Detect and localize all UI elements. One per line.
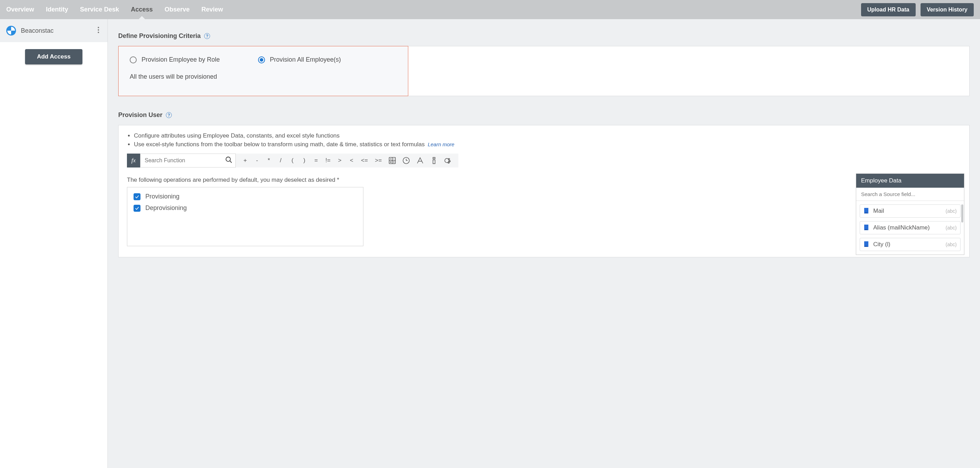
op-lt[interactable]: < xyxy=(346,157,358,164)
op-plus[interactable]: + xyxy=(239,157,251,164)
op-multiply[interactable]: * xyxy=(263,157,275,164)
sidebar-header: Beaconstac xyxy=(0,19,107,42)
criteria-section-title: Define Provisioning Criteria ? xyxy=(118,32,970,40)
provision-user-title: Provision User ? xyxy=(118,112,970,119)
svg-line-26 xyxy=(448,159,449,160)
svg-point-4 xyxy=(226,157,231,161)
field-type: (abc) xyxy=(946,242,957,247)
field-type: (abc) xyxy=(946,225,957,230)
checkbox-checked-icon xyxy=(134,205,140,212)
radio-icon xyxy=(258,56,265,63)
checkbox-label: Deprovisioning xyxy=(145,204,187,212)
help-icon[interactable]: ? xyxy=(166,112,172,118)
employee-field-item[interactable]: City (l) (abc) xyxy=(860,238,961,251)
op-lte[interactable]: <= xyxy=(358,157,371,164)
function-search-wrap xyxy=(140,153,236,168)
employee-field-item[interactable]: Mail (abc) xyxy=(860,204,961,218)
tab-review[interactable]: Review xyxy=(201,0,223,19)
op-gte[interactable]: >= xyxy=(371,157,385,164)
op-paren-open[interactable]: ( xyxy=(286,157,298,164)
scrollbar-thumb[interactable] xyxy=(961,204,963,222)
checkbox-row-provisioning[interactable]: Provisioning xyxy=(134,193,357,200)
field-label: Alias (mailNickName) xyxy=(873,224,942,231)
upload-hr-data-button[interactable]: Upload HR Data xyxy=(861,3,916,16)
help-icon[interactable]: ? xyxy=(204,33,210,39)
radio-label: Provision Employee by Role xyxy=(142,56,220,63)
criteria-box: Provision Employee by Role Provision All… xyxy=(118,46,970,96)
svg-line-5 xyxy=(230,161,232,163)
svg-point-2 xyxy=(98,29,99,30)
instruction-bullet: Use excel-style functions from the toolb… xyxy=(134,141,961,149)
tab-observe[interactable]: Observe xyxy=(164,0,189,19)
employee-data-search-input[interactable] xyxy=(856,188,964,201)
criteria-title-text: Define Provisioning Criteria xyxy=(118,32,200,40)
svg-point-1 xyxy=(98,27,99,28)
tab-service-desk[interactable]: Service Desk xyxy=(80,0,119,19)
tab-overview[interactable]: Overview xyxy=(6,0,34,19)
search-icon[interactable] xyxy=(225,156,233,165)
svg-point-3 xyxy=(98,32,99,33)
learn-more-link[interactable]: Learn more xyxy=(428,141,455,147)
fx-icon: fx xyxy=(127,153,140,168)
svg-rect-21 xyxy=(433,157,435,159)
svg-line-27 xyxy=(449,161,450,161)
checkbox-row-deprovisioning[interactable]: Deprovisioning xyxy=(134,204,357,212)
checkbox-checked-icon xyxy=(134,193,140,200)
field-label: City (l) xyxy=(873,241,942,248)
radio-provision-by-role[interactable]: Provision Employee by Role xyxy=(130,56,220,63)
employee-data-list: Mail (abc) Alias (mailNickName) (abc) Ci… xyxy=(856,201,964,254)
op-paren-close[interactable]: ) xyxy=(298,157,310,164)
logic-category-icon[interactable] xyxy=(441,157,455,165)
field-type: (abc) xyxy=(946,208,957,214)
main-content: Define Provisioning Criteria ? Provision… xyxy=(108,19,980,468)
field-source-icon xyxy=(864,208,870,214)
checkbox-label: Provisioning xyxy=(145,193,180,200)
app-name: Beaconstac xyxy=(21,27,95,35)
criteria-highlighted-panel: Provision Employee by Role Provision All… xyxy=(118,46,408,96)
instruction-bullet: Configure attributes using Employee Data… xyxy=(134,132,961,141)
op-minus[interactable]: - xyxy=(251,157,263,164)
version-history-button[interactable]: Version History xyxy=(921,3,974,16)
text-category-icon[interactable] xyxy=(413,157,427,165)
operations-box: Provisioning Deprovisioning xyxy=(127,187,363,246)
radio-provision-all[interactable]: Provision All Employee(s) xyxy=(258,56,341,63)
criteria-description: All the users will be provisioned xyxy=(130,73,397,80)
field-source-icon xyxy=(864,224,870,231)
op-not-equals[interactable]: != xyxy=(322,157,334,164)
operations-note: The following operations are performed b… xyxy=(127,177,961,184)
tab-identity[interactable]: Identity xyxy=(46,0,68,19)
top-nav: Overview Identity Service Desk Access Ob… xyxy=(0,0,980,19)
add-access-button[interactable]: Add Access xyxy=(25,49,83,64)
radio-icon xyxy=(130,56,137,63)
function-search-input[interactable] xyxy=(140,154,235,167)
kebab-menu-icon[interactable] xyxy=(95,25,101,37)
info-category-icon[interactable] xyxy=(427,157,441,165)
sidebar: Beaconstac Add Access xyxy=(0,19,108,468)
op-gt[interactable]: > xyxy=(334,157,346,164)
provision-user-box: Configure attributes using Employee Data… xyxy=(118,125,970,257)
tab-access[interactable]: Access xyxy=(131,0,153,19)
operator-strip: + - * / ( ) = != > < <= >= xyxy=(236,153,458,168)
radio-label: Provision All Employee(s) xyxy=(270,56,341,63)
svg-line-28 xyxy=(448,162,449,163)
math-category-icon[interactable] xyxy=(385,157,399,165)
function-toolbar: fx + - * / ( ) = xyxy=(127,153,961,168)
field-label: Mail xyxy=(873,208,942,214)
svg-rect-20 xyxy=(433,160,435,164)
employee-data-header: Employee Data xyxy=(856,174,964,188)
employee-data-panel: Employee Data Mail (abc) Alias (mailNick… xyxy=(856,173,964,255)
provision-user-title-text: Provision User xyxy=(118,112,162,119)
datetime-category-icon[interactable] xyxy=(399,157,413,165)
app-logo-icon xyxy=(6,26,16,35)
employee-field-item[interactable]: Alias (mailNickName) (abc) xyxy=(860,221,961,234)
op-equals[interactable]: = xyxy=(310,157,322,164)
op-divide[interactable]: / xyxy=(275,157,286,164)
field-source-icon xyxy=(864,241,870,248)
nav-tabs: Overview Identity Service Desk Access Ob… xyxy=(6,0,223,19)
provision-instructions: Configure attributes using Employee Data… xyxy=(127,132,961,149)
